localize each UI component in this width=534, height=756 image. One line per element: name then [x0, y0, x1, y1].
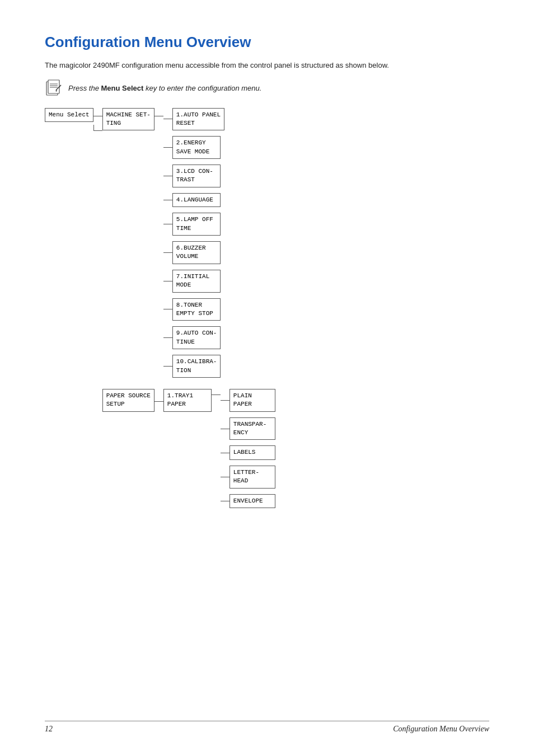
item-language: 4.LANGUAGE: [172, 193, 221, 207]
item-envelope: ENVELOPE: [229, 494, 275, 508]
item-lamp-off: 5.LAMP OFFTIME: [172, 213, 221, 236]
menu-tree: Menu Select: [45, 108, 489, 509]
item-lcd-contrast: 3.LCD CON-TRAST: [172, 165, 221, 187]
item-buzzer: 6.BUZZERVOLUME: [172, 241, 221, 264]
tray1-box: 1.TRAY1PAPER: [163, 389, 212, 412]
item-transparency: TRANSPAR-ENCY: [229, 417, 275, 440]
item-initial-mode: 7.INITIALMODE: [172, 270, 221, 293]
machine-setting-box: MACHINE SET-TING: [102, 108, 154, 131]
machine-setting-items: 1.AUTO PANELRESET 2.ENERGYSAVE MODE: [163, 108, 224, 378]
footer: 12 Configuration Menu Overview: [45, 721, 489, 734]
paper-source-box: PAPER SOURCESETUP: [102, 389, 154, 412]
page-title: Configuration Menu Overview: [45, 34, 489, 51]
item-plain-paper: PLAINPAPER: [229, 389, 275, 412]
intro-text: The magicolor 2490MF configuration menu …: [45, 60, 489, 71]
item-calibration: 10.CALIBRA-TION: [172, 355, 221, 378]
press-note: Press the Menu Select key to enter the c…: [45, 79, 489, 98]
doc-icon: [45, 79, 64, 98]
footer-page-number: 12: [45, 725, 53, 734]
item-auto-panel-reset: 1.AUTO PANELRESET: [172, 108, 224, 131]
item-energy-save: 2.ENERGYSAVE MODE: [172, 136, 221, 159]
footer-title: Configuration Menu Overview: [393, 725, 489, 734]
press-note-text: Press the Menu Select key to enter the c…: [68, 84, 261, 92]
page-content: Configuration Menu Overview The magicolo…: [0, 0, 534, 542]
item-auto-continue: 9.AUTO CON-TINUE: [172, 326, 221, 349]
menu-select-box: Menu Select: [45, 108, 93, 122]
item-letterhead: LETTER-HEAD: [229, 466, 275, 489]
item-labels: LABELS: [229, 445, 275, 459]
svg-rect-1: [48, 80, 59, 93]
item-toner-empty: 8.TONEREMPTY STOP: [172, 298, 221, 321]
paper-type-items: PLAINPAPER TRANSPAR-ENCY: [221, 389, 275, 508]
